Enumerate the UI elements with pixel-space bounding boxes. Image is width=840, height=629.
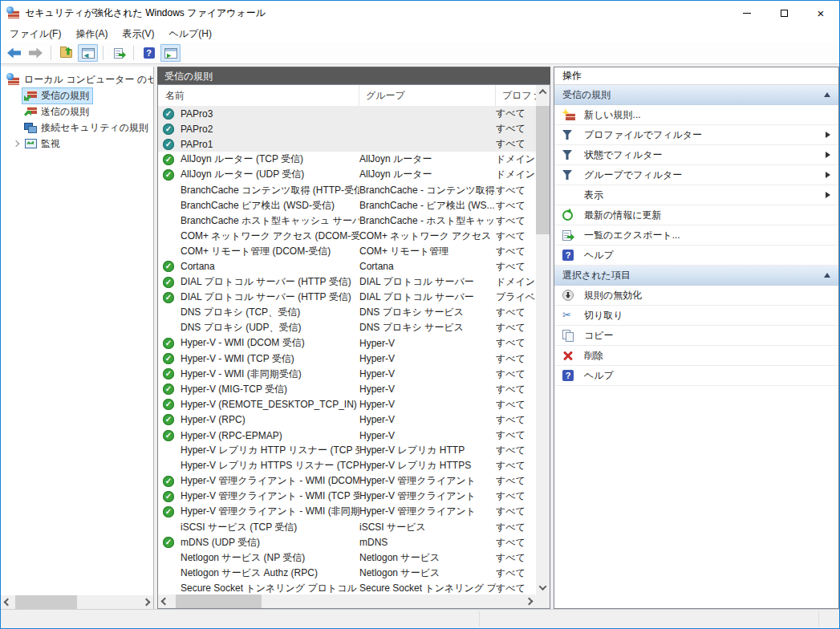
toolbar-up-one-level-button[interactable] <box>56 44 76 62</box>
rule-row[interactable]: BranchCache ホスト型キャッシュ サーバー (HT...BranchC… <box>158 213 536 229</box>
menu-item[interactable]: ファイル(F) <box>2 26 68 43</box>
action-item-コピー[interactable]: コピー <box>554 326 838 346</box>
scroll-thumb[interactable] <box>536 106 550 234</box>
toolbar-back-button[interactable] <box>4 44 24 62</box>
rules-vertical-scrollbar[interactable] <box>536 85 550 595</box>
rule-row[interactable]: Netlogon サービス Authz (RPC)Netlogon サービスすべ… <box>158 566 536 581</box>
scroll-right-button[interactable] <box>140 595 153 609</box>
actions-section-header[interactable]: 選択された項目 <box>554 266 838 286</box>
rule-row[interactable]: iSCSI サービス (TCP 受信)iSCSI サービスすべて <box>158 520 536 535</box>
rule-row[interactable]: Hyper-V レプリカ HTTP リスナー (TCP 受信)Hyper-V レ… <box>158 443 536 458</box>
rule-name-cell: iSCSI サービス (TCP 受信) <box>181 521 359 534</box>
action-item-ヘルプ[interactable]: ヘルプ <box>554 246 838 266</box>
scroll-up-button[interactable] <box>536 85 550 99</box>
rule-row[interactable]: AllJoyn ルーター (TCP 受信)AllJoyn ルータードメイン, プ <box>158 152 536 167</box>
scroll-track[interactable] <box>172 595 522 608</box>
action-item-一覧のエクスポート...[interactable]: 一覧のエクスポート... <box>554 225 838 246</box>
action-item-状態でフィルター[interactable]: 状態でフィルター <box>554 145 838 165</box>
action-item-グループでフィルター[interactable]: グループでフィルター <box>554 165 838 185</box>
action-item-label: 状態でフィルター <box>584 148 662 162</box>
rule-row[interactable]: Hyper-V 管理クライアント - WMI (TCP 受信)Hyper-V 管… <box>158 489 536 504</box>
rules-horizontal-scrollbar[interactable] <box>158 595 536 608</box>
tree-item-content: 監視 <box>22 136 64 152</box>
scroll-track[interactable] <box>14 595 140 609</box>
toolbar-forward-button[interactable] <box>26 44 46 62</box>
action-item-表示[interactable]: 表示 <box>554 185 838 205</box>
tree-item-送信の規則[interactable]: 送信の規則 <box>1 103 153 120</box>
rule-row[interactable]: Hyper-V (RPC)Hyper-Vすべて <box>158 412 536 428</box>
rule-enabled-alt-icon <box>163 139 174 150</box>
action-item-最新の情報に更新[interactable]: 最新の情報に更新 <box>554 205 838 225</box>
rule-row[interactable]: PAPro2すべて <box>158 121 536 136</box>
rule-row[interactable]: BranchCache コンテンツ取得 (HTTP-受信)BranchCache… <box>158 182 536 197</box>
rule-row[interactable]: Hyper-V - WMI (非同期受信)Hyper-Vすべて <box>158 367 536 382</box>
column-header-name[interactable]: 名前 <box>158 85 359 106</box>
rule-row[interactable]: DIAL プロトコル サーバー (HTTP 受信)DIAL プロトコル サーバー… <box>158 290 536 305</box>
minimize-button[interactable] <box>728 1 765 25</box>
tree-item-label: 受信の規則 <box>41 89 89 103</box>
rule-row[interactable]: COM+ リモート管理 (DCOM-受信)COM+ リモート管理すべて <box>158 244 536 259</box>
rule-profile-cell: すべて <box>496 367 536 381</box>
tree-item-ローカル コンピューター のセキュリティ[interactable]: ローカル コンピューター のセキュリティ <box>1 71 153 87</box>
rule-row[interactable]: DIAL プロトコル サーバー (HTTP 受信)DIAL プロトコル サーバー… <box>158 274 536 290</box>
action-item-新しい規則...[interactable]: 新しい規則... <box>554 105 838 125</box>
tree-horizontal-scrollbar[interactable] <box>1 595 153 609</box>
collapse-icon[interactable] <box>824 92 830 97</box>
column-header-profile[interactable]: プロファイル <box>496 85 536 106</box>
scroll-thumb[interactable] <box>15 595 77 609</box>
rule-row[interactable]: Hyper-V (REMOTE_DESKTOP_TCP_IN)Hyper-Vすべ… <box>158 397 536 412</box>
toolbar-export-list-button[interactable] <box>108 44 128 62</box>
actions-section-header[interactable]: 受信の規則 <box>554 85 838 105</box>
rule-row[interactable]: Hyper-V (RPC-EPMAP)Hyper-Vすべて <box>158 428 536 443</box>
rule-row[interactable]: Hyper-V - WMI (DCOM 受信)Hyper-Vすべて <box>158 335 536 351</box>
rule-name-cell: Hyper-V - WMI (非同期受信) <box>181 367 359 381</box>
menu-item[interactable]: 表示(V) <box>115 26 161 43</box>
action-item-プロファイルでフィルター[interactable]: プロファイルでフィルター <box>554 125 838 145</box>
tree-item-接続セキュリティの規則[interactable]: 接続セキュリティの規則 <box>1 120 153 136</box>
action-item-切り取り[interactable]: 切り取り <box>554 306 838 326</box>
action-item-削除[interactable]: 削除 <box>554 346 838 366</box>
scroll-down-button[interactable] <box>536 581 550 595</box>
rule-row[interactable]: DNS プロキシ (TCP、受信)DNS プロキシ サービスすべて <box>158 305 536 320</box>
expand-chevron-icon[interactable] <box>10 141 22 146</box>
menu-item[interactable]: 操作(A) <box>68 26 115 43</box>
submenu-arrow-icon <box>826 132 830 138</box>
action-item-ヘルプ[interactable]: ヘルプ <box>554 366 838 386</box>
new-rule-icon <box>562 109 575 120</box>
rule-row[interactable]: Secure Socket トンネリング プロトコル (SSTP ...Secu… <box>158 581 536 595</box>
toolbar-show-hide-console-tree-button[interactable] <box>78 44 98 62</box>
rule-row[interactable]: Hyper-V - WMI (TCP 受信)Hyper-Vすべて <box>158 351 536 367</box>
close-button[interactable]: × <box>802 1 839 25</box>
column-header-group[interactable]: グループ <box>359 85 496 106</box>
rule-state-cell <box>158 383 181 395</box>
rule-row[interactable]: mDNS (UDP 受信)mDNSすべて <box>158 535 536 550</box>
maximize-button[interactable] <box>765 1 802 25</box>
tree-item-受信の規則[interactable]: 受信の規則 <box>1 87 153 103</box>
scroll-thumb[interactable] <box>176 595 262 608</box>
export-list-icon <box>562 230 571 241</box>
scroll-left-button[interactable] <box>1 595 14 609</box>
tree-item-監視[interactable]: 監視 <box>1 136 153 152</box>
rule-row[interactable]: DNS プロキシ (UDP、受信)DNS プロキシ サービスすべて <box>158 320 536 335</box>
menu-item[interactable]: ヘルプ(H) <box>161 26 219 43</box>
action-icon-slot <box>562 310 577 321</box>
rule-row[interactable]: Hyper-V 管理クライアント - WMI (非同期 - ...Hyper-V… <box>158 504 536 519</box>
scroll-track[interactable] <box>536 99 550 581</box>
rule-row[interactable]: PAPro3すべて <box>158 106 536 121</box>
rule-row[interactable]: Netlogon サービス (NP 受信)Netlogon サービスすべて <box>158 550 536 566</box>
scroll-right-button[interactable] <box>522 595 536 608</box>
toolbar-show-hide-action-pane-button[interactable] <box>160 44 181 62</box>
scroll-left-button[interactable] <box>158 595 172 608</box>
rule-row[interactable]: Hyper-V (MIG-TCP 受信)Hyper-Vすべて <box>158 382 536 397</box>
rule-row[interactable]: AllJoyn ルーター (UDP 受信)AllJoyn ルータードメイン, プ <box>158 167 536 182</box>
action-item-規則の無効化[interactable]: 規則の無効化 <box>554 286 838 306</box>
rule-row[interactable]: BranchCache ピア検出 (WSD-受信)BranchCache - ピ… <box>158 198 536 213</box>
action-icon-slot <box>562 189 577 201</box>
rule-row[interactable]: CortanaCortanaすべて <box>158 259 536 274</box>
rule-row[interactable]: COM+ ネットワーク アクセス (DCOM-受信)COM+ ネットワーク アク… <box>158 229 536 244</box>
rule-row[interactable]: PAPro1すべて <box>158 136 536 152</box>
rule-row[interactable]: Hyper-V レプリカ HTTPS リスナー (TCP 受信)Hyper-V … <box>158 458 536 473</box>
rule-row[interactable]: Hyper-V 管理クライアント - WMI (DCOM 受...Hyper-V… <box>158 473 536 489</box>
collapse-icon[interactable] <box>824 273 830 278</box>
toolbar-help-button[interactable] <box>139 44 159 62</box>
